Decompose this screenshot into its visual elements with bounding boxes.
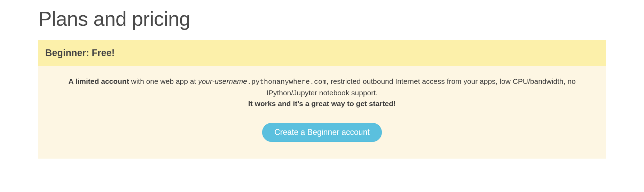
- plan-desc-tagline: It works and it's a great way to get sta…: [248, 99, 396, 107]
- plan-header: Beginner: Free!: [38, 40, 606, 66]
- plan-description: A limited account with one web app at yo…: [45, 76, 599, 109]
- page-title: Plans and pricing: [38, 7, 606, 30]
- plan-desc-lead: A limited account: [68, 77, 129, 85]
- plan-body: A limited account with one web app at yo…: [38, 66, 606, 159]
- plan-desc-username: your-username: [198, 77, 247, 85]
- create-beginner-account-button[interactable]: Create a Beginner account: [262, 123, 382, 142]
- plan-desc-text-1: with one web app at: [129, 77, 198, 85]
- plan-desc-domain: .pythonanywhere.com: [247, 78, 327, 86]
- plan-header-title: Beginner: Free!: [45, 48, 599, 58]
- plan-card-beginner: Beginner: Free! A limited account with o…: [38, 40, 606, 159]
